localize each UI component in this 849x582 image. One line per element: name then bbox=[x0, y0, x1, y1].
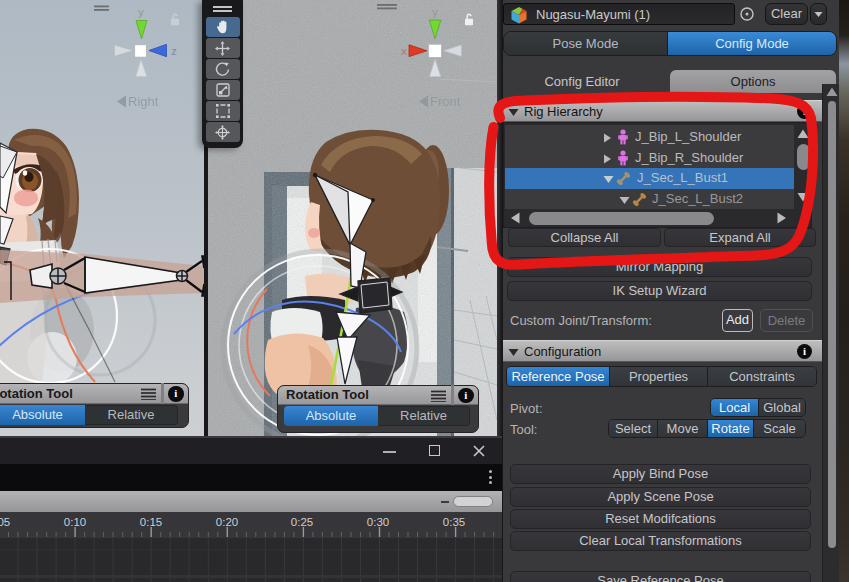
svg-text:Front: Front bbox=[430, 94, 461, 109]
svg-text:0:10: 0:10 bbox=[64, 516, 86, 528]
svg-text:0:25: 0:25 bbox=[291, 516, 313, 528]
svg-text:y: y bbox=[432, 6, 438, 18]
svg-text:0:30: 0:30 bbox=[367, 516, 389, 528]
svg-text:0:15: 0:15 bbox=[140, 516, 162, 528]
svg-text:Right: Right bbox=[128, 94, 159, 109]
svg-text:0:20: 0:20 bbox=[216, 516, 238, 528]
svg-text:0:35: 0:35 bbox=[443, 516, 465, 528]
svg-text:y: y bbox=[138, 6, 144, 18]
svg-text:z: z bbox=[171, 45, 177, 57]
svg-text:0:05: 0:05 bbox=[0, 516, 10, 528]
svg-text:x: x bbox=[401, 45, 407, 57]
